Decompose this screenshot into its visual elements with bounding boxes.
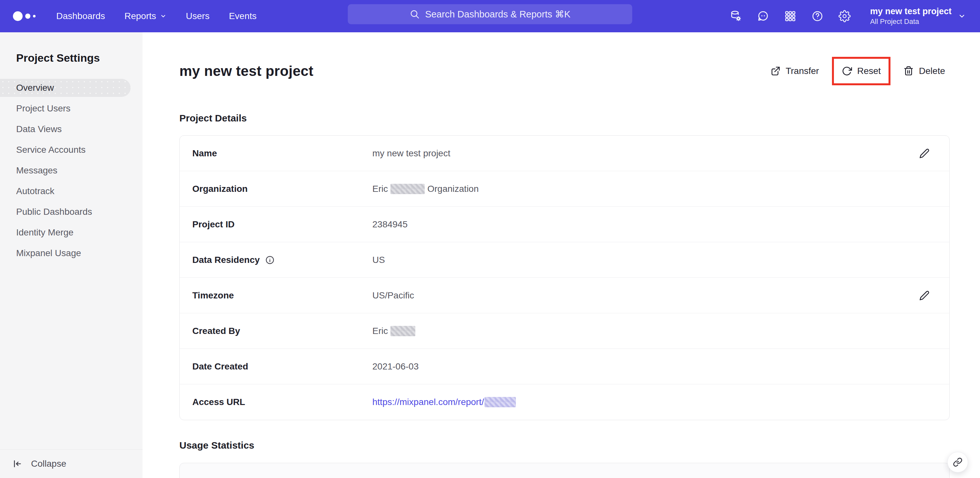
nav-item-users[interactable]: Users [186,11,210,21]
sidebar-item-public-dashboards[interactable]: Public Dashboards [0,202,143,222]
project-switcher-name: my new test project [870,6,951,17]
created-by-prefix: Eric [372,326,388,336]
navbar-right-group: my new test project All Project Data [730,6,966,26]
row-value: Eric [372,326,415,336]
delete-label: Delete [919,66,945,76]
nav-item-events[interactable]: Events [229,11,257,21]
table-row-timezone: Timezone US/Pacific [180,278,949,313]
project-switcher-subtitle: All Project Data [870,17,951,26]
sidebar-item-data-views[interactable]: Data Views [0,119,143,140]
org-value-suffix: Organization [427,184,479,194]
nav-item-reports[interactable]: Reports [124,11,167,21]
table-row-created-by: Created By Eric [180,313,949,349]
row-label: Created By [192,326,372,336]
search-icon [409,9,420,19]
logo-dot-medium [25,14,30,19]
row-value: 2384945 [372,219,407,230]
search-input[interactable]: Search Dashboards & Reports ⌘K [348,4,632,24]
red-annotation-box: Reset [832,57,891,85]
data-management-icon[interactable] [730,10,742,22]
redacted-blur [485,397,516,407]
delete-button[interactable]: Delete [899,66,950,76]
help-icon[interactable] [811,10,824,22]
sidebar-nav: Overview Project Users Data Views Servic… [0,79,143,264]
row-label: Access URL [192,397,372,407]
collapse-label: Collapse [31,459,66,469]
pencil-icon [919,291,929,301]
nav-item-dashboards[interactable]: Dashboards [56,11,105,21]
table-row-access-url: Access URL https://mixpanel.com/report/ [180,384,949,420]
apps-grid-icon[interactable] [784,10,796,22]
row-label: Data Residency [192,255,372,265]
row-value: US/Pacific [372,291,414,301]
reset-button[interactable]: Reset [842,66,881,76]
settings-sidebar: Project Settings Overview Project Users … [0,32,143,478]
primary-nav: Dashboards Reports Users Events [56,11,257,21]
search-placeholder: Search Dashboards & Reports ⌘K [425,9,571,20]
chevron-down-icon [958,12,966,20]
nav-label: Reports [124,11,156,21]
row-label: Name [192,148,372,159]
sidebar-title: Project Settings [16,52,143,64]
row-value: US [372,255,385,265]
refresh-icon [842,66,852,76]
transfer-label: Transfer [786,66,819,76]
sidebar-item-messages[interactable]: Messages [0,160,143,181]
transfer-button[interactable]: Transfer [766,66,824,76]
org-value-prefix: Eric [372,184,388,194]
collapse-left-icon [12,459,22,469]
sidebar-item-overview[interactable]: Overview [0,79,130,97]
row-value: 2021-06-03 [372,361,418,372]
row-label: Organization [192,184,372,194]
top-navbar: Dashboards Reports Users Events Search D… [0,0,980,32]
usage-statistics-card [180,463,950,478]
row-label: Timezone [192,291,372,301]
link-icon [953,457,963,467]
project-switcher-text: my new test project All Project Data [870,6,951,26]
sidebar-item-service-accounts[interactable]: Service Accounts [0,140,143,160]
row-value: Eric Organization [372,184,479,194]
chevron-down-icon [160,13,167,19]
table-row-project-id: Project ID 2384945 [180,207,949,242]
share-link-button[interactable] [947,452,968,473]
table-row-data-residency: Data Residency US [180,242,949,278]
row-label-text: Data Residency [192,255,260,265]
edit-timezone-button[interactable] [919,291,929,301]
mixpanel-logo[interactable] [13,11,35,21]
sidebar-item-project-users[interactable]: Project Users [0,98,143,119]
row-label: Project ID [192,219,372,230]
table-row-organization: Organization Eric Organization [180,171,949,207]
row-value: https://mixpanel.com/report/ [372,397,516,407]
edit-name-button[interactable] [919,148,929,159]
logo-dot-large [13,11,22,21]
table-row-name: Name my new test project [180,136,949,171]
settings-icon[interactable] [838,10,851,22]
redacted-blur [390,184,425,194]
nav-label: Events [229,11,257,21]
nav-label: Dashboards [56,11,105,21]
page-header: my new test project Transfer [180,57,950,85]
pencil-icon [919,148,929,159]
trash-icon [904,66,914,76]
table-row-date-created: Date Created 2021-06-03 [180,349,949,384]
info-icon[interactable] [265,255,275,265]
redacted-blur [390,326,415,336]
access-url-link[interactable]: https://mixpanel.com/report/ [372,397,484,407]
project-actions: Transfer Reset [766,57,950,85]
row-value: my new test project [372,148,450,159]
project-switcher[interactable]: my new test project All Project Data [870,6,966,26]
section-heading-project-details: Project Details [180,113,950,124]
feedback-icon[interactable] [757,10,769,22]
nav-label: Users [186,11,210,21]
sidebar-item-autotrack[interactable]: Autotrack [0,181,143,202]
reset-label: Reset [857,66,881,76]
logo-dot-small [33,15,35,17]
sidebar-item-identity-merge[interactable]: Identity Merge [0,222,143,243]
collapse-sidebar-button[interactable]: Collapse [0,449,143,478]
sidebar-item-mixpanel-usage[interactable]: Mixpanel Usage [0,243,143,264]
external-link-icon [770,66,781,76]
project-details-card: Name my new test project Organization Er… [180,135,950,420]
row-label: Date Created [192,361,372,372]
page-title: my new test project [180,63,313,79]
section-heading-usage-statistics: Usage Statistics [180,440,950,451]
